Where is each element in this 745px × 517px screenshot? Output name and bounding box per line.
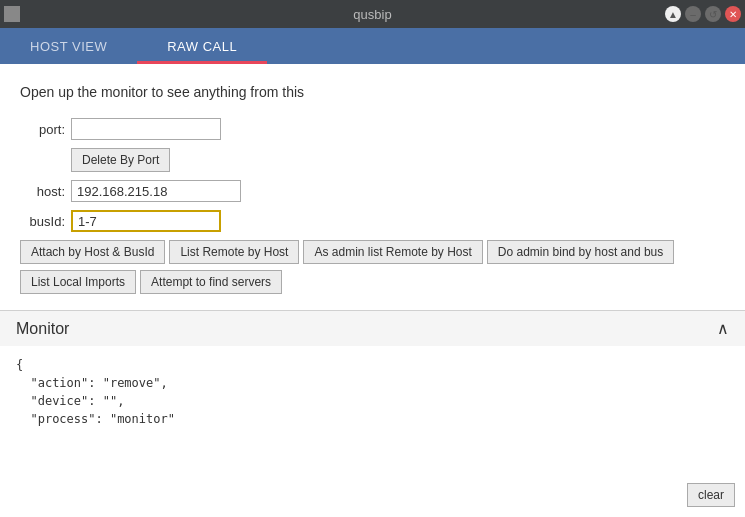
- upload-btn[interactable]: ▲: [665, 6, 681, 22]
- info-text: Open up the monitor to see anything from…: [20, 84, 725, 100]
- title-bar-controls: ▲ – ↺ ✕: [665, 6, 741, 22]
- port-row: port:: [20, 118, 725, 140]
- monitor-header: Monitor ∧: [0, 310, 745, 346]
- port-label: port:: [20, 122, 65, 137]
- tab-host-view[interactable]: HOST VIEW: [0, 28, 137, 64]
- monitor-content[interactable]: { "action": "remove", "device": "", "pro…: [0, 346, 745, 517]
- busid-input[interactable]: [71, 210, 221, 232]
- attempt-find-servers-button[interactable]: Attempt to find servers: [140, 270, 282, 294]
- host-row: host:: [20, 180, 725, 202]
- busid-label: busId:: [20, 214, 65, 229]
- monitor-title: Monitor: [16, 320, 69, 338]
- minimize-btn[interactable]: –: [685, 6, 701, 22]
- delete-port-row: Delete By Port: [20, 148, 725, 172]
- delete-by-port-button[interactable]: Delete By Port: [71, 148, 170, 172]
- monitor-text: { "action": "remove", "device": "", "pro…: [16, 356, 729, 428]
- monitor-toggle-button[interactable]: ∧: [717, 319, 729, 338]
- upper-panel: Open up the monitor to see anything from…: [0, 64, 745, 310]
- list-remote-by-host-button[interactable]: List Remote by Host: [169, 240, 299, 264]
- do-admin-bind-button[interactable]: Do admin bind by host and bus: [487, 240, 674, 264]
- main-content: Open up the monitor to see anything from…: [0, 64, 745, 517]
- port-input[interactable]: [71, 118, 221, 140]
- busid-row: busId:: [20, 210, 725, 232]
- clear-button[interactable]: clear: [687, 483, 735, 507]
- attach-by-host-busid-button[interactable]: Attach by Host & BusId: [20, 240, 165, 264]
- button-row-1: Attach by Host & BusId List Remote by Ho…: [20, 240, 725, 264]
- tab-bar: HOST VIEW RAW CALL: [0, 28, 745, 64]
- title-bar: qusbip ▲ – ↺ ✕: [0, 0, 745, 28]
- list-local-imports-button[interactable]: List Local Imports: [20, 270, 136, 294]
- host-label: host:: [20, 184, 65, 199]
- tab-raw-call[interactable]: RAW CALL: [137, 28, 267, 64]
- button-row-2: List Local Imports Attempt to find serve…: [20, 270, 725, 294]
- host-input[interactable]: [71, 180, 241, 202]
- monitor-section: Monitor ∧ { "action": "remove", "device"…: [0, 310, 745, 517]
- as-admin-list-remote-button[interactable]: As admin list Remote by Host: [303, 240, 482, 264]
- close-btn[interactable]: ✕: [725, 6, 741, 22]
- restore-btn[interactable]: ↺: [705, 6, 721, 22]
- window-title: qusbip: [353, 7, 391, 22]
- title-bar-icon: [4, 6, 20, 22]
